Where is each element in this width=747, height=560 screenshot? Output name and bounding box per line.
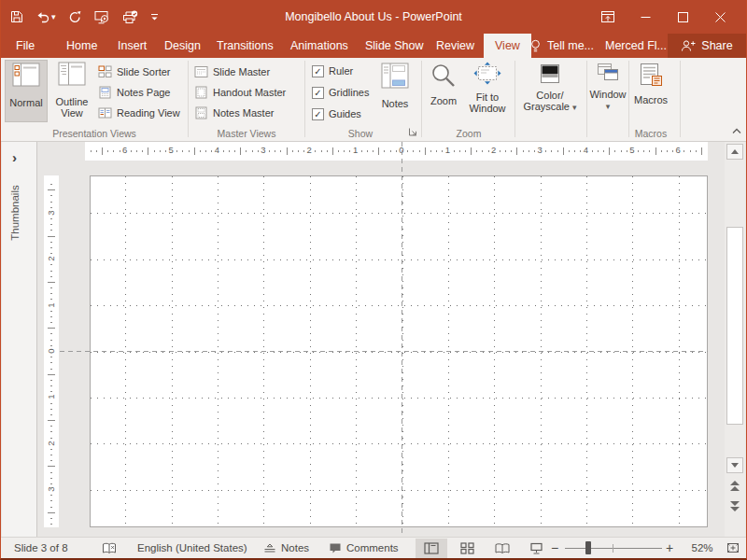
color-grayscale-button[interactable]: Color/ Grayscale ▾ — [520, 60, 580, 122]
slide-sorter-button[interactable]: Slide Sorter — [98, 63, 170, 80]
comments-toggle[interactable]: Comments — [329, 538, 399, 558]
fit-to-window-button[interactable]: Fit to Window — [464, 60, 511, 122]
vertical-scrollbar[interactable] — [725, 142, 745, 537]
guides-checkbox[interactable]: ✓ Guides — [312, 106, 361, 121]
ruler-tick — [113, 150, 114, 152]
status-slide-sorter-button[interactable] — [451, 539, 483, 558]
zoom-out-button[interactable]: − — [551, 538, 558, 558]
ruler-tick — [48, 466, 55, 467]
group-label-show: Show — [305, 128, 416, 141]
window-controls — [589, 0, 739, 34]
notes-button[interactable]: Notes — [374, 60, 416, 122]
zoom-in-button[interactable]: + — [666, 538, 673, 558]
status-slide-show-button[interactable] — [520, 539, 552, 558]
normal-view-button[interactable]: Normal — [5, 60, 48, 122]
language-indicator[interactable]: English (United States) — [137, 538, 247, 558]
next-slide-button[interactable] — [730, 501, 740, 511]
ruler-tick — [488, 150, 489, 152]
tab-transitions[interactable]: Transitions — [213, 34, 277, 58]
status-reading-view-button[interactable] — [486, 539, 518, 558]
spell-check-icon — [102, 542, 117, 554]
gridline-horizontal — [91, 398, 707, 399]
minimize-button[interactable] — [627, 0, 664, 34]
ruler-tick — [396, 150, 397, 152]
ruler-tick — [102, 147, 103, 155]
notes-toggle[interactable]: Notes — [263, 538, 309, 558]
ruler-number: 1 — [349, 145, 362, 155]
ruler-tick — [614, 150, 615, 152]
ruler-tick — [50, 507, 52, 508]
reading-view-button[interactable]: Reading View — [98, 104, 180, 121]
zoom-button[interactable]: Zoom — [425, 60, 462, 122]
tab-design[interactable]: Design — [161, 34, 204, 58]
ruler-tick — [454, 150, 455, 152]
macros-button[interactable]: Macros — [631, 60, 670, 122]
account-name[interactable]: Merced Fl... — [605, 34, 667, 58]
workspace: › Thumbnails 6543210123456 3210123 — [1, 142, 746, 537]
triangle-up-icon — [731, 149, 739, 154]
share-button[interactable]: Share — [668, 34, 746, 58]
double-chevron-up-icon — [730, 481, 740, 485]
slide-master-button[interactable]: Slide Master — [194, 63, 270, 80]
normal-view-icon — [12, 63, 40, 87]
fit-slide-to-window-button[interactable] — [726, 538, 740, 558]
outline-view-button[interactable]: Outline View — [49, 60, 94, 122]
thumbnails-expand-icon[interactable]: › — [12, 149, 17, 165]
tab-review[interactable]: Review — [432, 34, 478, 58]
reading-view-icon — [98, 106, 112, 119]
thumbnails-pane-label: Thumbnails — [9, 173, 24, 253]
tab-slide-show[interactable]: Slide Show — [361, 34, 428, 58]
ruler-tick — [378, 147, 379, 155]
ruler-tick — [621, 150, 622, 152]
notes-page-button[interactable]: Notes Page — [98, 83, 170, 101]
zoom-percent[interactable]: 52% — [688, 538, 716, 558]
ruler-tick — [338, 150, 339, 152]
collapse-ribbon-button[interactable] — [731, 126, 742, 137]
vertical-guide[interactable] — [402, 142, 402, 534]
ruler-number: 6 — [671, 145, 684, 155]
ruler-tick — [327, 150, 328, 152]
spell-check-button[interactable] — [102, 538, 117, 558]
tab-insert[interactable]: Insert — [114, 34, 150, 58]
ruler-tick — [315, 150, 316, 152]
window-button[interactable]: Window ▾ — [589, 60, 627, 122]
close-button[interactable] — [701, 0, 739, 34]
ruler-tick — [258, 150, 259, 152]
previous-slide-button[interactable] — [730, 481, 740, 491]
checkbox-checked-icon: ✓ — [312, 108, 324, 120]
dialog-launcher-icon — [408, 127, 418, 137]
ruler-tick — [292, 150, 293, 152]
status-normal-view-button[interactable] — [416, 539, 447, 558]
ruler-tick — [50, 202, 52, 203]
zoom-slider-track[interactable] — [565, 548, 662, 549]
ruler-tick — [275, 150, 275, 152]
show-dialog-launcher[interactable] — [408, 127, 418, 137]
tab-view[interactable]: View — [484, 34, 531, 58]
group-separator — [680, 61, 681, 137]
ruler-tick — [465, 150, 466, 152]
scroll-up-button[interactable] — [726, 144, 743, 160]
tab-file[interactable]: File — [12, 34, 38, 58]
maximize-button[interactable] — [664, 0, 701, 34]
zoom-slider-thumb[interactable] — [585, 541, 591, 554]
tell-me-box[interactable]: Tell me... — [529, 34, 594, 58]
ruler-checkbox[interactable]: ✓ Ruler — [312, 63, 353, 78]
scroll-down-button[interactable] — [726, 457, 743, 473]
ruler-tick — [50, 518, 52, 519]
ribbon-display-options-button[interactable] — [589, 0, 627, 34]
ruler-tick — [50, 333, 52, 334]
tab-home[interactable]: Home — [63, 34, 101, 58]
normal-view-status-icon — [424, 542, 439, 554]
tab-animations[interactable]: Animations — [287, 34, 352, 58]
ruler-number: 4 — [211, 145, 224, 155]
ruler-tick — [344, 150, 345, 152]
handout-master-button[interactable]: Handout Master — [194, 83, 286, 101]
notes-master-button[interactable]: Notes Master — [194, 104, 274, 121]
color-grayscale-icon — [538, 62, 562, 86]
horizontal-guide[interactable] — [60, 351, 708, 352]
slide-indicator[interactable]: Slide 3 of 8 — [14, 538, 68, 558]
scrollbar-thumb[interactable] — [726, 227, 743, 425]
gridlines-checkbox[interactable]: ✓ Gridlines — [312, 85, 369, 100]
thumbnails-pane[interactable]: › Thumbnails — [2, 142, 37, 537]
ruler-tick — [609, 147, 610, 155]
